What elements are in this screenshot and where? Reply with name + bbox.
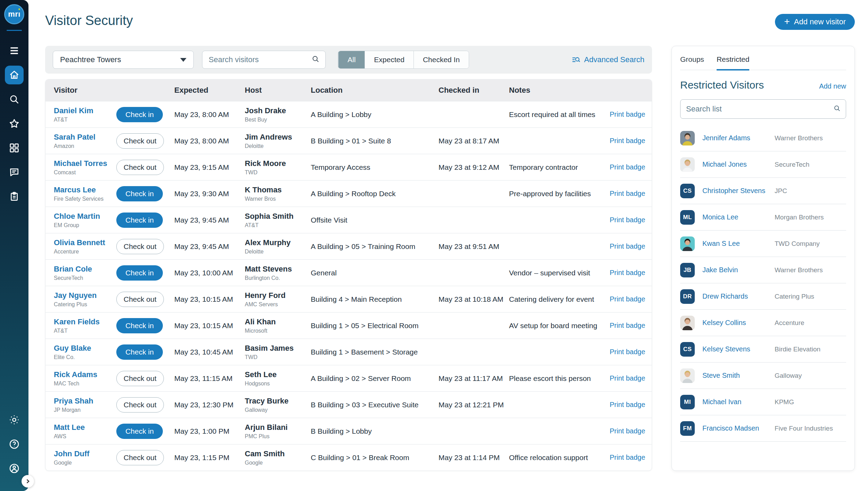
visitor-cell: Chloe Martin EM Group xyxy=(54,212,116,228)
host-company: Hodgsons xyxy=(245,381,311,387)
print-badge-link[interactable]: Print badge xyxy=(610,453,645,461)
advanced-search-link[interactable]: Advanced Search xyxy=(571,46,644,74)
print-badge-link[interactable]: Print badge xyxy=(610,137,645,144)
check-in-out-button[interactable]: Check out xyxy=(116,397,164,413)
host-cell: K Thomas Warner Bros xyxy=(245,185,311,202)
print-cell: Print badge xyxy=(610,190,652,198)
checked-in-cell: May 23 at 11:17 AM xyxy=(439,374,509,383)
print-badge-link[interactable]: Print badge xyxy=(610,269,645,276)
visitor-name-link[interactable]: Jay Nguyen xyxy=(54,291,116,300)
visitor-search-input[interactable] xyxy=(209,55,311,64)
host-company: PMC Plus xyxy=(245,433,311,440)
advanced-search-icon xyxy=(571,55,581,64)
status-filter-tab[interactable]: Expected xyxy=(365,51,414,68)
check-in-out-button[interactable]: Check in xyxy=(116,107,163,122)
visitor-name-link[interactable]: Guy Blake xyxy=(54,344,116,353)
print-badge-link[interactable]: Print badge xyxy=(610,348,645,356)
status-filter-tab[interactable]: All xyxy=(338,51,365,68)
check-in-out-button[interactable]: Check in xyxy=(116,344,163,360)
print-cell: Print badge xyxy=(610,427,652,435)
check-in-out-button[interactable]: Check out xyxy=(116,371,164,386)
check-in-out-button[interactable]: Check out xyxy=(116,133,164,149)
visitor-name-link[interactable]: Michael Torres xyxy=(54,159,116,168)
check-in-out-button[interactable]: Check in xyxy=(116,213,163,228)
apps-grid-icon[interactable] xyxy=(5,139,24,157)
check-in-out-button[interactable]: Check out xyxy=(116,239,164,254)
status-cell: Check in xyxy=(116,213,174,228)
restricted-visitor-name-link[interactable]: Drew Richards xyxy=(702,292,775,300)
mri-logo[interactable]: mrı xyxy=(4,4,24,24)
panel-tab[interactable]: Restricted xyxy=(717,55,750,70)
help-icon[interactable] xyxy=(5,435,24,453)
visitor-name-link[interactable]: Daniel Kim xyxy=(54,106,116,115)
add-new-visitor-button[interactable]: + Add new visitor xyxy=(775,14,855,30)
restricted-search-input[interactable] xyxy=(686,105,833,114)
sidebar-expand-chevron[interactable] xyxy=(22,475,34,488)
status-filter-tab[interactable]: Checked In xyxy=(414,51,469,68)
visitor-cell: Matt Lee AWS xyxy=(54,423,116,440)
restricted-visitor-name-link[interactable]: Monica Lee xyxy=(702,213,775,221)
restricted-visitor-name-link[interactable]: Michael Jones xyxy=(702,160,775,168)
restricted-visitor-name-link[interactable]: Jennifer Adams xyxy=(702,134,775,142)
favorites-star-icon[interactable] xyxy=(5,114,24,133)
restricted-visitor-name-link[interactable]: Steve Smith xyxy=(702,372,775,380)
search-icon[interactable] xyxy=(5,90,24,109)
visitor-cell: Priya Shah JP Morgan xyxy=(54,397,116,413)
visitor-name-link[interactable]: John Duff xyxy=(54,449,116,458)
restricted-visitor-name-link[interactable]: Michael Ivan xyxy=(702,398,775,406)
print-badge-link[interactable]: Print badge xyxy=(610,242,645,250)
check-in-out-button[interactable]: Check out xyxy=(116,160,164,175)
check-in-out-button[interactable]: Check in xyxy=(116,186,163,201)
print-badge-link[interactable]: Print badge xyxy=(610,322,645,329)
avatar-initials: JB xyxy=(684,267,692,274)
print-badge-link[interactable]: Print badge xyxy=(610,190,645,197)
visitor-company: SecureTech xyxy=(54,275,116,281)
visitor-name-link[interactable]: Karen Fields xyxy=(54,317,116,326)
visitor-name-link[interactable]: Olivia Bennett xyxy=(54,238,116,247)
restricted-visitor-name-link[interactable]: Kelsey Collins xyxy=(702,319,775,327)
restricted-visitor-company: Accenture xyxy=(775,319,846,327)
location-cell: General xyxy=(311,269,439,277)
restricted-visitor-name-link[interactable]: Kelsey Stevens xyxy=(702,345,775,353)
restricted-visitor-name-link[interactable]: Francisco Madsen xyxy=(702,424,775,432)
print-badge-link[interactable]: Print badge xyxy=(610,110,645,118)
print-badge-link[interactable]: Print badge xyxy=(610,427,645,435)
host-cell: Basim James TWD xyxy=(245,344,311,360)
check-in-out-button[interactable]: Check in xyxy=(116,318,163,333)
menu-icon[interactable] xyxy=(5,41,24,60)
host-company: Deloitte xyxy=(245,143,311,149)
location-cell: B Building > Lobby xyxy=(311,427,439,435)
visitor-name-link[interactable]: Rick Adams xyxy=(54,370,116,379)
restricted-visitor-name-link[interactable]: Christopher Stevens xyxy=(702,187,775,195)
messages-icon[interactable] xyxy=(5,163,24,182)
restricted-visitor-name-link[interactable]: Kwan S Lee xyxy=(702,240,775,248)
host-name: Josh Drake xyxy=(245,106,311,115)
visitor-name-link[interactable]: Priya Shah xyxy=(54,397,116,406)
print-badge-link[interactable]: Print badge xyxy=(610,401,645,408)
visitor-name-link[interactable]: Chloe Martin xyxy=(54,212,116,221)
visitor-name-link[interactable]: Sarah Patel xyxy=(54,133,116,142)
print-cell: Print badge xyxy=(610,401,652,409)
check-in-out-button[interactable]: Check out xyxy=(116,450,164,465)
tasks-clipboard-icon[interactable] xyxy=(5,187,24,206)
visitor-name-link[interactable]: Brian Cole xyxy=(54,265,116,274)
host-cell: Josh Drake Best Buy xyxy=(245,106,311,123)
panel-tab[interactable]: Groups xyxy=(680,55,704,70)
host-name: Basim James xyxy=(245,344,311,353)
settings-gear-icon[interactable] xyxy=(5,410,24,429)
print-badge-link[interactable]: Print badge xyxy=(610,216,645,224)
check-in-out-button[interactable]: Check in xyxy=(116,265,163,281)
print-badge-link[interactable]: Print badge xyxy=(610,163,645,171)
print-badge-link[interactable]: Print badge xyxy=(610,295,645,303)
add-new-restricted-link[interactable]: Add new xyxy=(819,82,846,90)
check-in-out-button[interactable]: Check out xyxy=(116,292,164,307)
visitor-name-link[interactable]: Marcus Lee xyxy=(54,185,116,194)
print-badge-link[interactable]: Print badge xyxy=(610,374,645,382)
visitor-name-link[interactable]: Matt Lee xyxy=(54,423,116,432)
restricted-visitor-name-link[interactable]: Jake Belvin xyxy=(702,266,775,274)
account-icon[interactable] xyxy=(5,459,24,478)
check-in-out-button[interactable]: Check in xyxy=(116,424,163,439)
restricted-visitors-title: Restricted Visitors xyxy=(680,79,764,91)
home-icon[interactable] xyxy=(5,66,24,84)
property-selector[interactable]: Peachtree Towers xyxy=(53,51,194,69)
